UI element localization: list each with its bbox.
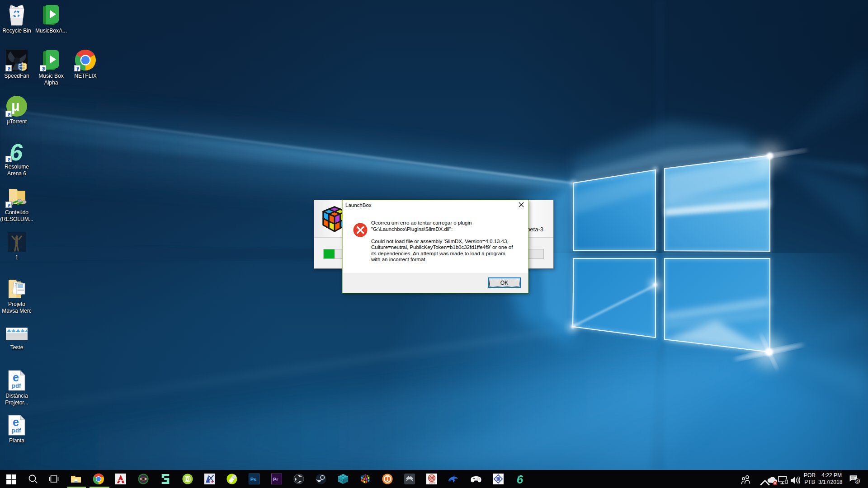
svg-text:Pr: Pr <box>273 477 278 482</box>
svg-text:e: e <box>13 416 19 428</box>
svg-text:µ: µ <box>11 98 19 114</box>
svg-text:B: B <box>186 477 189 482</box>
svg-text:6: 6 <box>517 474 524 484</box>
svg-text:e: e <box>496 478 498 481</box>
svg-text:Ps: Ps <box>250 477 257 482</box>
svg-text:pdf: pdf <box>12 427 21 434</box>
svg-text:e: e <box>13 371 19 384</box>
svg-text:DEmul: DEmul <box>429 482 435 484</box>
svg-text:6: 6 <box>856 479 859 483</box>
svg-text:pdf: pdf <box>12 382 21 389</box>
